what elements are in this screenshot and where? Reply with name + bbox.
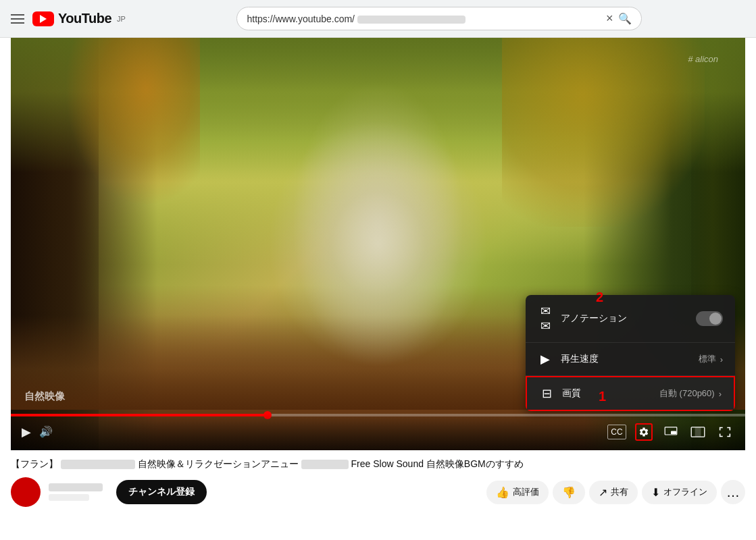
video-title: 【フラン】 自然映像＆リラクゼーションアニュー Free Slow Sound … (11, 458, 745, 470)
channel-avatar (11, 477, 41, 507)
svg-rect-3 (695, 427, 701, 436)
logo-text: YouTube (58, 11, 111, 26)
channel-info (49, 483, 103, 501)
offline-label: オフライン (663, 486, 707, 498)
logo-area: YouTube JP (32, 11, 126, 26)
video-watermark: # alicon (688, 54, 718, 64)
play-button[interactable]: ▶ (22, 425, 31, 439)
miniplayer-button[interactable] (661, 425, 680, 439)
channel-row: チャンネル登録 👍 高評価 👎 ↗ 共有 ⬇ オフライン (11, 477, 745, 507)
title-part2: 自然映像＆リラクゼーションアニュー (138, 458, 301, 469)
address-bar[interactable]: https://www.youtube.com/ × 🔍 (236, 7, 642, 30)
annotation-row[interactable]: ✉✉ アノテーション (526, 295, 735, 343)
path-light (268, 120, 488, 368)
quality-row[interactable]: ⊟ 画質 自動 (720p60) › (526, 376, 735, 411)
theatre-mode-button[interactable] (688, 425, 707, 439)
like-label: 高評価 (513, 486, 539, 498)
title-rest: Free Slow Sound 自然映像BGMのすすめ (351, 458, 524, 469)
url-text: https://www.youtube.com/ (247, 14, 600, 24)
playback-value: 標準 (699, 353, 716, 365)
playback-chevron-icon: › (720, 354, 723, 364)
annotation-icon: ✉✉ (538, 304, 553, 333)
step-1-badge: 1 (599, 389, 606, 404)
settings-button data-bind-gear[interactable] (634, 425, 653, 439)
action-buttons: 👍 高評価 👎 ↗ 共有 ⬇ オフライン … (486, 480, 745, 504)
like-button[interactable]: 👍 高評価 (486, 481, 549, 504)
share-icon: ↗ (599, 486, 607, 499)
quality-value: 自動 (720p60) (659, 387, 715, 400)
more-options-button[interactable]: … (721, 480, 745, 504)
quality-label: 画質 (562, 387, 659, 400)
offline-icon: ⬇ (651, 486, 660, 499)
dislike-button[interactable]: 👎 (553, 481, 585, 504)
browser-chrome: YouTube JP https://www.youtube.com/ × 🔍 (0, 0, 756, 38)
video-controls: ▶ 🔊 CC (11, 413, 745, 450)
fullscreen-button[interactable] (715, 425, 734, 439)
logo-jp: JP (117, 15, 126, 23)
youtube-logo-icon (32, 11, 54, 26)
volume-button[interactable]: 🔊 (39, 425, 53, 438)
subtitles-button[interactable]: CC (607, 425, 626, 439)
below-video: 【フラン】 自然映像＆リラクゼーションアニュー Free Slow Sound … (0, 450, 756, 515)
subscribe-button[interactable]: チャンネル登録 (116, 480, 207, 504)
offline-button[interactable]: ⬇ オフライン (642, 481, 717, 504)
video-title-overlay: 自然映像 (24, 390, 65, 403)
like-icon: 👍 (496, 486, 509, 499)
playback-icon: ▶ (538, 352, 553, 367)
url-clear-button[interactable]: × (606, 11, 613, 26)
hamburger-menu[interactable] (11, 14, 24, 24)
step-2-badge: 2 (596, 290, 603, 305)
quality-chevron-icon: › (719, 389, 722, 399)
channel-name-blur (49, 483, 103, 491)
autumn-right (502, 38, 705, 227)
settings-popup: ✉✉ アノテーション ▶ 再生速度 標準 › ⊟ 画質 自動 (720p60) … (526, 295, 735, 411)
playback-speed-row[interactable]: ▶ 再生速度 標準 › (526, 343, 735, 376)
share-label: 共有 (611, 486, 628, 498)
video-player[interactable]: # alicon 自然映像 ✉✉ アノテーション ▶ 再生速度 標準 › ⊟ (11, 38, 745, 450)
browser-search-icon[interactable]: 🔍 (618, 12, 632, 25)
more-icon: … (726, 485, 740, 500)
title-blur-1 (61, 460, 135, 469)
share-button[interactable]: ↗ 共有 (589, 481, 638, 504)
main-content: # alicon 自然映像 ✉✉ アノテーション ▶ 再生速度 標準 › ⊟ (0, 38, 756, 515)
annotation-label: アノテーション (561, 313, 696, 325)
video-title-row: 【フラン】 自然映像＆リラクゼーションアニュー Free Slow Sound … (11, 458, 745, 470)
toggle-knob (709, 313, 722, 325)
autumn-left (65, 38, 200, 207)
quality-icon: ⊟ (539, 386, 554, 401)
annotation-toggle[interactable] (696, 311, 723, 326)
dislike-icon: 👎 (562, 486, 576, 499)
channel-subs-blur (49, 494, 89, 501)
title-part1: 【フラン】 (11, 458, 61, 469)
playback-label: 再生速度 (561, 353, 699, 365)
svg-rect-1 (671, 431, 676, 434)
title-blur-2 (301, 460, 349, 469)
